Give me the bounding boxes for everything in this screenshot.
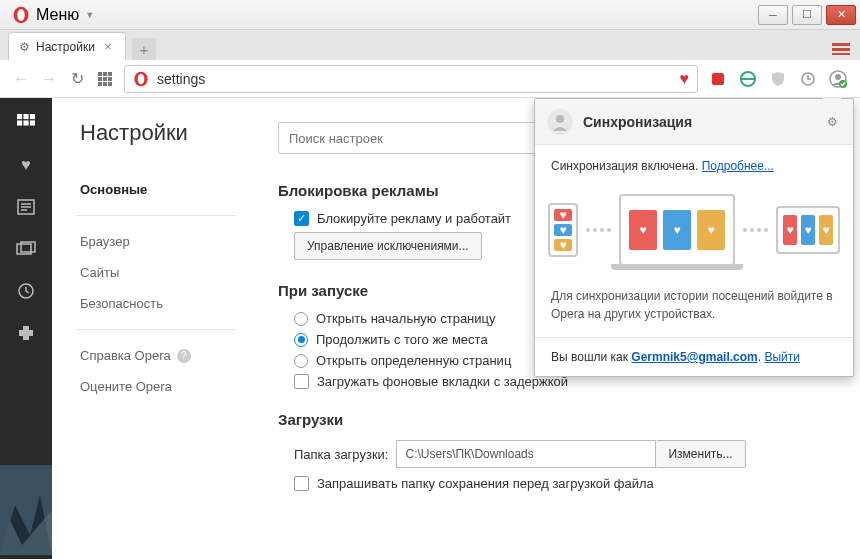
- activity-bookmarks-icon[interactable]: ♥: [15, 154, 37, 176]
- avatar-icon: [547, 109, 573, 135]
- sync-status-text: Синхронизация включена.: [551, 159, 698, 173]
- startup-opt3-label: Открыть определенную страниц: [316, 353, 511, 368]
- svg-rect-23: [17, 114, 22, 119]
- sync-logged-as-label: Вы вошли как: [551, 350, 628, 364]
- sync-hint-text: Для синхронизации истории посещений войд…: [551, 287, 837, 323]
- url-input[interactable]: [157, 71, 672, 87]
- panel-toggle-icon[interactable]: [830, 38, 852, 60]
- svg-rect-13: [108, 82, 112, 86]
- gear-icon: ⚙: [19, 40, 30, 54]
- delay-tabs-checkbox[interactable]: [294, 374, 309, 389]
- menu-label: Меню: [36, 6, 79, 24]
- tab-close-button[interactable]: ×: [101, 40, 115, 54]
- sync-settings-button[interactable]: ⚙: [823, 113, 841, 131]
- new-tab-button[interactable]: +: [132, 38, 156, 60]
- svg-point-39: [556, 115, 564, 123]
- startup-radio-startpage[interactable]: [294, 312, 308, 326]
- activity-tabs-icon[interactable]: [15, 238, 37, 260]
- sync-account-icon[interactable]: [828, 69, 848, 89]
- maximize-button[interactable]: ☐: [792, 5, 822, 25]
- ask-folder-checkbox[interactable]: [294, 476, 309, 491]
- svg-rect-12: [103, 82, 107, 86]
- download-folder-input[interactable]: [396, 440, 656, 468]
- sync-popover: Синхронизация ⚙ Синхронизация включена. …: [534, 98, 854, 377]
- sidebar-item-sites[interactable]: Сайты: [80, 257, 262, 288]
- activity-extensions-icon[interactable]: [15, 322, 37, 344]
- startup-radio-continue[interactable]: [294, 333, 308, 347]
- download-folder-label: Папка загрузки:: [294, 447, 388, 462]
- delay-tabs-label: Загружать фоновые вкладки с задержкой: [317, 374, 568, 389]
- block-ads-checkbox[interactable]: ✓: [294, 211, 309, 226]
- opera-menu-button[interactable]: Меню ▼: [4, 4, 102, 26]
- sidebar-item-help[interactable]: Справка Opera ?: [80, 340, 262, 371]
- address-bar[interactable]: ♥: [124, 65, 698, 93]
- tab-settings[interactable]: ⚙ Настройки ×: [8, 32, 126, 60]
- bookmark-heart-icon[interactable]: ♥: [680, 70, 690, 88]
- sync-illustration: ♥♥♥ ♥♥♥ ♥♥♥: [551, 187, 837, 273]
- extension-icon-4[interactable]: [798, 69, 818, 89]
- opera-icon: [12, 6, 30, 24]
- svg-rect-3: [832, 48, 850, 51]
- sync-email[interactable]: Germnik5@gmail.com: [631, 350, 757, 364]
- startup-opt2-label: Продолжить с того же места: [316, 332, 488, 347]
- svg-point-15: [138, 73, 145, 84]
- ask-folder-label: Запрашивать папку сохранения перед загру…: [317, 476, 654, 491]
- svg-rect-9: [103, 77, 107, 81]
- activity-history-icon[interactable]: [15, 280, 37, 302]
- startup-opt1-label: Открыть начальную страницу: [316, 311, 496, 326]
- tab-title: Настройки: [36, 40, 95, 54]
- manage-exceptions-button[interactable]: Управление исключениями...: [294, 232, 482, 260]
- close-button[interactable]: ✕: [826, 5, 856, 25]
- reload-button[interactable]: ↻: [68, 70, 86, 88]
- extension-icon-3[interactable]: [768, 69, 788, 89]
- chevron-down-icon: ▼: [85, 10, 94, 20]
- opera-favicon-icon: [133, 71, 149, 87]
- help-icon: ?: [177, 349, 191, 363]
- sync-title: Синхронизация: [583, 114, 692, 130]
- divider: [76, 215, 236, 216]
- sidebar-help-label: Справка Opera: [80, 348, 171, 363]
- page-title: Настройки: [80, 120, 262, 146]
- svg-rect-4: [832, 53, 850, 55]
- svg-rect-26: [17, 120, 22, 125]
- forward-button[interactable]: →: [40, 70, 58, 88]
- svg-rect-25: [30, 114, 35, 119]
- change-folder-button[interactable]: Изменить...: [656, 440, 745, 468]
- activity-news-icon[interactable]: [15, 196, 37, 218]
- sync-more-link[interactable]: Подробнее...: [702, 159, 774, 173]
- svg-rect-2: [832, 43, 850, 46]
- sidebar-item-browser[interactable]: Браузер: [80, 226, 262, 257]
- minimize-button[interactable]: ─: [758, 5, 788, 25]
- svg-rect-16: [712, 73, 724, 85]
- extension-icon-2[interactable]: [738, 69, 758, 89]
- svg-point-21: [835, 74, 841, 80]
- svg-rect-7: [108, 72, 112, 76]
- svg-rect-8: [98, 77, 102, 81]
- speed-dial-button[interactable]: [96, 70, 114, 88]
- sidebar-item-rate[interactable]: Оцените Opera: [80, 371, 262, 402]
- sync-logout-link[interactable]: Выйти: [764, 350, 800, 364]
- startup-radio-specific[interactable]: [294, 354, 308, 368]
- svg-rect-5: [98, 72, 102, 76]
- block-ads-label: Блокируйте рекламу и работайт: [317, 211, 511, 226]
- svg-rect-6: [103, 72, 107, 76]
- back-button[interactable]: ←: [12, 70, 30, 88]
- activity-wallpaper-thumb: [0, 465, 52, 559]
- activity-speed-dial-icon[interactable]: [15, 112, 37, 134]
- section-downloads-title: Загрузки: [278, 411, 830, 428]
- svg-rect-10: [108, 77, 112, 81]
- sidebar-item-security[interactable]: Безопасность: [80, 288, 262, 319]
- svg-rect-11: [98, 82, 102, 86]
- sidebar-item-basic[interactable]: Основные: [80, 174, 262, 205]
- svg-rect-24: [23, 114, 28, 119]
- svg-point-1: [17, 9, 25, 21]
- extension-icon-1[interactable]: [708, 69, 728, 89]
- svg-rect-28: [30, 120, 35, 125]
- svg-rect-27: [23, 120, 28, 125]
- divider: [76, 329, 236, 330]
